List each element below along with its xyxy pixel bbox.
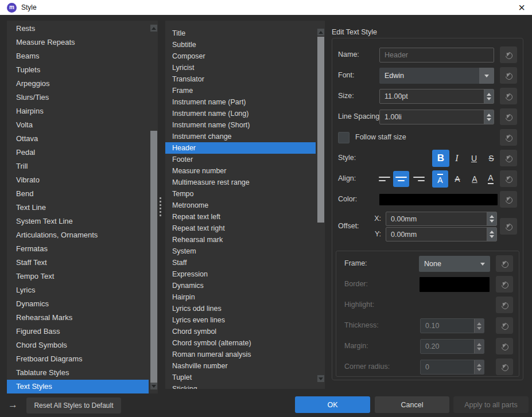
scroll-up-button[interactable] bbox=[150, 25, 157, 32]
list-item[interactable]: Bend bbox=[7, 187, 149, 201]
list-item[interactable]: Vibrato bbox=[7, 173, 149, 187]
italic-button[interactable]: I bbox=[450, 150, 464, 166]
list-item[interactable]: Staff Text bbox=[7, 256, 149, 270]
list-item[interactable]: Instrument name (Short) bbox=[165, 119, 316, 131]
reset-frame-button[interactable] bbox=[496, 255, 513, 272]
left-list-scrollbar[interactable] bbox=[150, 21, 158, 393]
scroll-down-button[interactable] bbox=[150, 383, 157, 389]
reset-highlight-button[interactable] bbox=[496, 297, 513, 313]
align-left-button[interactable] bbox=[377, 172, 392, 186]
align-right-button[interactable] bbox=[411, 172, 426, 186]
scroll-down-button[interactable] bbox=[317, 375, 324, 382]
list-item[interactable]: Tempo Text bbox=[7, 270, 149, 283]
spinner-buttons[interactable] bbox=[484, 110, 494, 124]
list-item[interactable]: Dynamics bbox=[165, 280, 316, 291]
list-item[interactable]: Beams bbox=[7, 49, 149, 63]
align-top-button[interactable]: A bbox=[432, 170, 448, 188]
list-item[interactable]: Nashville number bbox=[165, 360, 316, 372]
color-swatch[interactable] bbox=[379, 194, 498, 205]
scroll-up-button[interactable] bbox=[317, 29, 324, 36]
font-select[interactable]: Edwin bbox=[379, 68, 494, 84]
list-item[interactable]: Tuplet bbox=[165, 372, 316, 383]
list-item[interactable]: Title bbox=[165, 28, 316, 39]
list-item[interactable]: Translator bbox=[165, 73, 316, 85]
list-item[interactable]: Trill bbox=[7, 159, 149, 173]
close-button[interactable]: × bbox=[518, 2, 525, 13]
list-item[interactable]: Measure number bbox=[165, 165, 316, 177]
list-item[interactable]: Hairpin bbox=[165, 291, 316, 303]
list-item[interactable]: Subtitle bbox=[165, 39, 316, 50]
reset-all-styles-button[interactable]: Reset All Styles to Default bbox=[26, 397, 121, 414]
spinner-buttons[interactable] bbox=[487, 228, 496, 241]
list-item[interactable]: Lyrics bbox=[7, 283, 149, 297]
list-item[interactable]: Chord symbol bbox=[165, 326, 316, 337]
reset-align-button[interactable] bbox=[500, 170, 517, 187]
list-item[interactable]: Instrument name (Long) bbox=[165, 108, 316, 119]
list-item[interactable]: Multimeasure rest range bbox=[165, 177, 316, 188]
list-item[interactable]: System bbox=[165, 245, 316, 257]
scrollbar-thumb[interactable] bbox=[317, 37, 324, 223]
list-item[interactable]: Expression bbox=[165, 268, 316, 280]
list-item[interactable]: Tuplets bbox=[7, 63, 149, 77]
list-item[interactable]: Articulations, Ornaments bbox=[7, 228, 149, 242]
reset-border-button[interactable] bbox=[496, 276, 513, 293]
list-item[interactable]: Hairpins bbox=[7, 104, 149, 118]
list-item[interactable]: Text Line bbox=[7, 201, 149, 215]
reset-color-button[interactable] bbox=[500, 191, 517, 208]
scrollbar-thumb[interactable] bbox=[150, 131, 157, 383]
list-item[interactable]: Rehearsal Marks bbox=[7, 311, 149, 325]
size-input[interactable] bbox=[380, 89, 484, 103]
list-item[interactable]: Staff bbox=[165, 257, 316, 268]
offset-x-input[interactable] bbox=[386, 212, 487, 225]
ok-button[interactable]: OK bbox=[295, 396, 370, 413]
reset-thickness-button[interactable] bbox=[496, 317, 513, 334]
size-spinbox[interactable] bbox=[379, 89, 494, 104]
list-item[interactable]: Repeat text right bbox=[165, 223, 316, 234]
reset-margin-button[interactable] bbox=[496, 338, 513, 354]
line-spacing-spinbox[interactable] bbox=[379, 110, 494, 124]
align-bottom-button[interactable]: A bbox=[484, 171, 498, 187]
list-item[interactable]: Instrument change bbox=[165, 131, 316, 142]
list-item[interactable]: Instrument name (Part) bbox=[165, 96, 316, 108]
panel-splitter-handle[interactable] bbox=[159, 197, 161, 216]
align-baseline-button[interactable]: A bbox=[468, 171, 481, 187]
list-item[interactable]: Footer bbox=[165, 154, 316, 165]
list-item[interactable]: Pedal bbox=[7, 146, 149, 159]
list-item[interactable]: Ottava bbox=[7, 132, 149, 146]
reset-follow-staff-button[interactable] bbox=[500, 129, 517, 146]
line-spacing-input[interactable] bbox=[380, 110, 484, 124]
cancel-button[interactable]: Cancel bbox=[375, 396, 449, 413]
frame-select[interactable]: None bbox=[419, 256, 490, 272]
list-item[interactable]: Rests bbox=[7, 22, 149, 36]
reset-style-button[interactable] bbox=[500, 150, 517, 166]
offset-y-input[interactable] bbox=[386, 228, 487, 241]
align-center-button[interactable] bbox=[393, 171, 409, 187]
reset-corner-radius-button[interactable] bbox=[496, 358, 513, 375]
list-item[interactable]: Rehearsal mark bbox=[165, 234, 316, 245]
list-item[interactable]: Repeat text left bbox=[165, 211, 316, 223]
list-item[interactable]: Chord Symbols bbox=[7, 338, 149, 352]
name-input[interactable] bbox=[379, 48, 494, 63]
list-item[interactable]: Arpeggios bbox=[7, 77, 149, 91]
list-item[interactable]: Figured Bass bbox=[7, 325, 149, 338]
list-item[interactable]: Measure Repeats bbox=[7, 36, 149, 49]
reset-offset-button[interactable] bbox=[500, 218, 517, 235]
list-item[interactable]: Lyrics even lines bbox=[165, 314, 316, 326]
offset-x-spinbox[interactable] bbox=[386, 212, 497, 226]
list-item[interactable]: Volta bbox=[7, 118, 149, 132]
list-item[interactable]: Frame bbox=[165, 85, 316, 96]
list-item[interactable]: Slurs/Ties bbox=[7, 91, 149, 104]
list-item[interactable]: Metronome bbox=[165, 200, 316, 211]
list-item[interactable]: Fretboard Diagrams bbox=[7, 352, 149, 366]
list-item[interactable]: Roman numeral analysis bbox=[165, 349, 316, 360]
bold-button[interactable]: B bbox=[432, 150, 449, 167]
reset-name-button[interactable] bbox=[500, 46, 517, 63]
offset-y-spinbox[interactable] bbox=[386, 227, 497, 241]
list-item[interactable]: Lyricist bbox=[165, 62, 316, 73]
list-item[interactable]: Tablature Styles bbox=[7, 366, 149, 380]
list-item[interactable]: Dynamics bbox=[7, 297, 149, 311]
list-item[interactable]: Composer bbox=[165, 50, 316, 62]
strikethrough-button[interactable]: S bbox=[484, 150, 498, 166]
spinner-buttons[interactable] bbox=[487, 212, 496, 225]
middle-list-scrollbar[interactable] bbox=[317, 21, 325, 389]
